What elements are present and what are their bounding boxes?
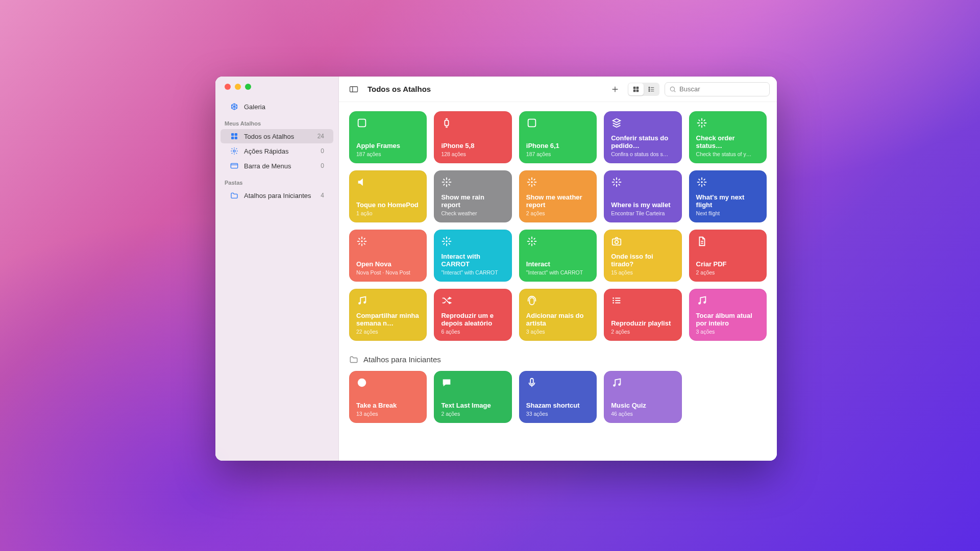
sidebar-section-folders: Pastas: [215, 173, 338, 188]
shortcut-subtitle: 1 ação: [356, 210, 420, 216]
add-shortcut-button[interactable]: [607, 83, 623, 96]
shortcut-title: Apple Frames: [356, 142, 420, 150]
shortcut-subtitle: Nova Post · Nova Post: [356, 269, 420, 276]
shortcut-subtitle: "Interact" with CARROT: [441, 269, 504, 276]
svg-point-19: [649, 90, 650, 91]
shortcut-card[interactable]: Interact "Interact" with CARROT: [519, 230, 597, 282]
shortcut-subtitle: 6 ações: [441, 329, 504, 335]
sidebar-item-gallery[interactable]: Galeria: [220, 99, 333, 114]
shortcut-card[interactable]: Music Quiz 46 ações: [604, 371, 681, 423]
shortcut-title: What's my next flight: [696, 193, 760, 209]
sidebar-item-all-shortcuts[interactable]: Todos os Atalhos 24: [220, 129, 333, 143]
shortcut-card[interactable]: Tocar álbum atual por inteiro 3 ações: [689, 289, 767, 341]
shortcut-subtitle: 33 ações: [526, 411, 590, 417]
shortcut-card[interactable]: Reproduzir um e depois aleatório 6 ações: [434, 289, 511, 341]
shortcuts-window: Galeria Meus Atalhos Todos os Atalhos 24…: [215, 77, 777, 461]
shortcut-card[interactable]: Toque no HomePod 1 ação: [349, 170, 427, 222]
shortcuts-grid: Apple Frames 187 ações iPhone 5,8 128 aç…: [349, 111, 767, 341]
shortcut-card[interactable]: iPhone 6,1 187 ações: [519, 111, 597, 163]
view-mode-segment: [628, 83, 659, 96]
shortcut-subtitle: 128 ações: [441, 151, 504, 157]
svg-line-22: [674, 90, 675, 92]
shortcut-subtitle: 46 ações: [611, 411, 674, 417]
page-title: Todos os Atalhos: [368, 85, 431, 93]
shortcut-title: Shazam shortcut: [526, 402, 590, 410]
search-field[interactable]: [665, 82, 770, 96]
toolbar: Todos os Atalhos: [339, 77, 777, 102]
sidebar-item-menubar[interactable]: Barra de Menus 0: [220, 159, 333, 173]
svg-rect-5: [231, 163, 237, 168]
shortcut-card[interactable]: Show me rain report Check weather: [434, 170, 511, 222]
svg-point-21: [670, 87, 674, 91]
shortcut-card[interactable]: Take a Break 13 ações: [349, 371, 427, 423]
shortcut-title: Tocar álbum atual por inteiro: [696, 312, 760, 328]
shortcut-title: Interact: [526, 260, 590, 268]
view-grid-button[interactable]: [628, 83, 644, 95]
toggle-sidebar-button[interactable]: [346, 83, 361, 96]
clock-icon: [356, 377, 420, 388]
svg-rect-12: [636, 86, 639, 89]
shortcut-card[interactable]: Show me weather report 2 ações: [519, 170, 597, 222]
sparkle-icon: [696, 177, 760, 188]
shortcut-title: Conferir status do pedido…: [611, 134, 674, 150]
shortcut-title: Music Quiz: [611, 402, 674, 410]
view-list-button[interactable]: [644, 83, 659, 95]
shortcut-title: Check order status…: [696, 134, 760, 150]
shortcut-card[interactable]: Conferir status do pedido… Confira o sta…: [604, 111, 681, 163]
sidebar-item-label: Ações Rápidas: [244, 147, 288, 155]
shortcut-subtitle: 2 ações: [526, 210, 590, 216]
list-icon: [611, 295, 674, 306]
shortcut-card[interactable]: iPhone 5,8 128 ações: [434, 111, 511, 163]
sparkle-icon: [696, 117, 760, 129]
shortcut-card[interactable]: Text Last Image 2 ações: [434, 371, 511, 423]
shortcut-card[interactable]: Compartilhar minha semana n… 22 ações: [349, 289, 427, 341]
shortcut-subtitle: 13 ações: [356, 411, 420, 417]
shortcut-card[interactable]: Interact with CARROT "Interact" with CAR…: [434, 230, 511, 282]
minimize-button[interactable]: [235, 84, 241, 90]
maximize-button[interactable]: [245, 84, 251, 90]
shortcut-subtitle: 3 ações: [696, 329, 760, 335]
main-panel: Todos os Atalhos: [339, 77, 777, 461]
sidebar-item-quick-actions[interactable]: Ações Rápidas 0: [220, 144, 333, 158]
shortcut-subtitle: Check the status of y…: [696, 151, 760, 157]
layers-icon: [611, 117, 674, 129]
shortcut-title: Reproduzir playlist: [611, 319, 674, 328]
folder-section-header[interactable]: Atalhos para Iniciantes: [349, 355, 767, 364]
chat-icon: [441, 377, 504, 388]
sidebar-item-label: Atalhos para Iniciantes: [244, 192, 311, 199]
sidebar: Galeria Meus Atalhos Todos os Atalhos 24…: [215, 77, 339, 461]
shortcut-card[interactable]: Check order status… Check the status of …: [689, 111, 767, 163]
grid-icon: [230, 132, 239, 141]
shortcut-subtitle: 2 ações: [441, 411, 504, 417]
shortcut-card[interactable]: Shazam shortcut 33 ações: [519, 371, 597, 423]
shortcut-subtitle: Next flight: [696, 210, 760, 216]
shortcut-card[interactable]: Criar PDF 2 ações: [689, 230, 767, 282]
shortcut-card[interactable]: Apple Frames 187 ações: [349, 111, 427, 163]
shortcut-card[interactable]: Where is my wallet Encontrar Tile Cartei…: [604, 170, 681, 222]
shortcut-card[interactable]: Onde isso foi tirado? 15 ações: [604, 230, 681, 282]
shortcut-card[interactable]: Open Nova Nova Post · Nova Post: [349, 230, 427, 282]
folder-section-title: Atalhos para Iniciantes: [363, 355, 441, 364]
svg-rect-3: [235, 137, 237, 139]
svg-rect-2: [231, 137, 234, 139]
search-input[interactable]: [679, 85, 765, 93]
music-icon: [356, 295, 420, 306]
shortcut-title: Criar PDF: [696, 260, 760, 268]
head-icon: [526, 295, 590, 306]
watch-icon: [441, 117, 504, 129]
shortcut-title: Reproduzir um e depois aleatório: [441, 312, 504, 328]
shortcut-card[interactable]: Adicionar mais do artista 3 ações: [519, 289, 597, 341]
shortcut-card[interactable]: What's my next flight Next flight: [689, 170, 767, 222]
sidebar-section-my: Meus Atalhos: [215, 114, 338, 129]
sidebar-folder-beginners[interactable]: Atalhos para Iniciantes 4: [220, 188, 333, 203]
shortcut-title: Take a Break: [356, 402, 420, 410]
shortcut-card[interactable]: Reproduzir playlist 2 ações: [604, 289, 681, 341]
sidebar-item-count: 0: [321, 162, 324, 169]
shortcut-subtitle: Check weather: [441, 210, 504, 216]
shortcut-title: Compartilhar minha semana n…: [356, 312, 420, 328]
window-controls: [215, 84, 338, 99]
square-icon: [356, 117, 420, 129]
shortcut-subtitle: 187 ações: [356, 151, 420, 157]
close-button[interactable]: [225, 84, 231, 90]
shortcut-subtitle: 2 ações: [611, 329, 674, 335]
